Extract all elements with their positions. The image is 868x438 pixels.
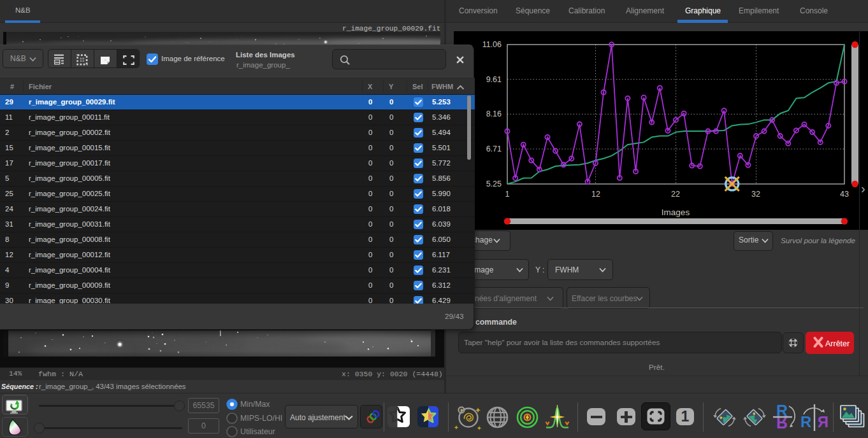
svg-text:43: 43 (840, 190, 849, 199)
svg-text:5.25: 5.25 (486, 180, 502, 188)
svg-text:22: 22 (671, 190, 680, 199)
svg-text:8.16: 8.16 (486, 110, 502, 118)
svg-text:1: 1 (505, 190, 510, 199)
svg-text:9.61: 9.61 (486, 75, 502, 84)
svg-text:R: R (800, 413, 811, 430)
svg-text:32: 32 (751, 190, 760, 199)
svg-text:11.06: 11.06 (482, 40, 502, 49)
svg-text:R: R (818, 413, 828, 430)
svg-text:Images: Images (662, 208, 690, 217)
svg-text:6.71: 6.71 (486, 145, 502, 153)
svg-text:12: 12 (591, 190, 600, 199)
